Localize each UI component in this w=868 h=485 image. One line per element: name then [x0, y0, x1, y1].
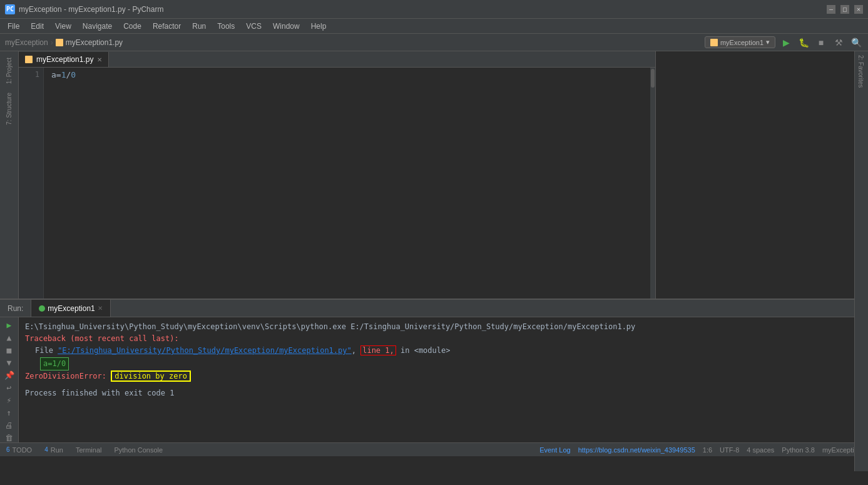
search-button[interactable]: 🔍 — [849, 36, 863, 49]
run-tab-close[interactable]: ✕ — [98, 305, 103, 312]
breadcrumb-project[interactable]: myException — [5, 38, 48, 47]
bottom-tab-run-label: Run: — [0, 300, 31, 317]
debug-button[interactable]: 🐛 — [797, 36, 810, 49]
menu-edit[interactable]: Edit — [26, 21, 49, 32]
status-url: https://blog.csdn.net/weixin_43949535 — [578, 446, 695, 454]
scroll-down-button[interactable]: ▼ — [3, 357, 16, 367]
menu-bar: File Edit View Navigate Code Refactor Ru… — [0, 19, 868, 34]
file-type-icon — [56, 39, 63, 46]
nav-run-label: Run — [51, 446, 63, 454]
line-numbers: 1 — [19, 68, 44, 299]
stop-button[interactable]: ■ — [814, 36, 828, 49]
title-bar: PC myException - myException1.py - PyCha… — [0, 0, 868, 19]
menu-vcs[interactable]: VCS — [241, 21, 267, 32]
nav-python-console[interactable]: Python Console — [110, 445, 166, 455]
window-title: myException - myException1.py - PyCharm — [19, 5, 163, 14]
nav-terminal[interactable]: Terminal — [72, 445, 106, 455]
menu-refactor[interactable]: Refactor — [148, 21, 186, 32]
right-sidebar: 2: Favorites — [854, 51, 868, 471]
run-output: E:\Tsinghua_University\Python_Study\myEx… — [19, 317, 868, 442]
menu-view[interactable]: View — [50, 21, 76, 32]
pin-button[interactable]: 📌 — [3, 370, 16, 380]
run-config-dropdown-icon: ▾ — [766, 38, 770, 46]
editor-scrollbar[interactable] — [650, 68, 655, 299]
menu-code[interactable]: Code — [118, 21, 146, 32]
code-content[interactable]: a=1/0 — [44, 68, 650, 299]
nav-todo-label: TODO — [13, 446, 33, 454]
bottom-tabs-left: Run: myException1 ✕ — [0, 300, 111, 317]
stop-run-button[interactable]: ■ — [3, 345, 16, 355]
breadcrumb-bar: myException › myException1.py myExceptio… — [0, 34, 868, 51]
status-spaces: 4 spaces — [747, 446, 774, 454]
sidebar-tab-project[interactable]: 1: Project — [3, 54, 15, 88]
status-encoding: UTF-8 — [720, 446, 739, 454]
run-again-button[interactable]: ▶ — [3, 320, 16, 330]
main-layout: 1: Project 7: Structure myException1.py … — [0, 51, 868, 299]
run-tab-label: myException1 — [48, 304, 94, 313]
status-event-log[interactable]: Event Log — [539, 446, 571, 454]
export-button[interactable]: ↑ — [3, 407, 16, 417]
file-icon — [25, 56, 33, 63]
bottom-toolbar: ▶ ▲ ■ ▼ 📌 ↩ ⚡ ↑ 🖨 🗑 — [0, 317, 19, 442]
scroll-up-button[interactable]: ▲ — [3, 332, 16, 342]
menu-help[interactable]: Help — [306, 21, 332, 32]
breadcrumb: myException › myException1.py — [5, 38, 123, 47]
status-python: Python 3.8 — [782, 446, 815, 454]
bottom-nav: 6 TODO 4 Run Terminal Python Console Eve… — [0, 442, 868, 456]
run-button[interactable]: ▶ — [779, 36, 793, 49]
editor-area: myException1.py ✕ 1 a=1/0 — [19, 51, 655, 299]
sidebar-tab-structure[interactable]: 7: Structure — [3, 89, 15, 129]
nav-todo[interactable]: 6 TODO — [3, 445, 36, 455]
nav-run[interactable]: 4 Run — [41, 445, 67, 455]
status-position: 1:6 — [703, 446, 712, 454]
output-error-line: ZeroDivisionError: division by zero — [25, 370, 862, 382]
wrap-button[interactable]: ↩ — [3, 382, 16, 392]
output-error-type: ZeroDivisionError: — [25, 372, 111, 380]
nav-terminal-label: Terminal — [76, 446, 102, 454]
output-file-link[interactable]: "E:/Tsinghua_University/Python_Study/myE… — [58, 346, 352, 355]
output-code: a=1/0 — [40, 357, 69, 370]
bottom-panel: Run: myException1 ✕ ⚙ ▶ ▲ ■ ▼ 📌 ↩ ⚡ ↑ 🖨 … — [0, 299, 868, 442]
editor-tab-main[interactable]: myException1.py ✕ — [19, 52, 109, 67]
scrollbar-thumb[interactable] — [651, 69, 655, 88]
minimize-button[interactable]: — — [827, 5, 835, 14]
run-label: Run: — [8, 304, 23, 313]
right-panel — [655, 51, 868, 299]
output-code-line: a=1/0 — [25, 357, 862, 370]
app-icon: PC — [5, 4, 15, 14]
filter-button[interactable]: ⚡ — [3, 395, 16, 405]
clear-button[interactable]: 🗑 — [3, 432, 16, 442]
maximize-button[interactable]: □ — [840, 5, 849, 14]
run-config-label: myException1 — [720, 39, 763, 46]
run-config-button[interactable]: myException1 ▾ — [705, 36, 775, 48]
breadcrumb-file[interactable]: myException1.py — [66, 38, 123, 47]
output-error-msg: division by zero — [111, 370, 191, 382]
editor-tabs: myException1.py ✕ — [19, 51, 655, 68]
output-file-line: File "E:/Tsinghua_University/Python_Stud… — [25, 345, 862, 357]
menu-run[interactable]: Run — [187, 21, 211, 32]
run-config-icon — [710, 39, 718, 46]
breadcrumb-sep: › — [51, 38, 53, 47]
tab-close-button[interactable]: ✕ — [97, 56, 102, 63]
menu-file[interactable]: File — [3, 21, 24, 32]
bottom-tab-run[interactable]: myException1 ✕ — [31, 300, 110, 317]
bottom-content-area: ▶ ▲ ■ ▼ 📌 ↩ ⚡ ↑ 🖨 🗑 E:\Tsinghua_Universi… — [0, 317, 868, 442]
print-button[interactable]: 🖨 — [3, 420, 16, 430]
code-editor[interactable]: 1 a=1/0 — [19, 68, 655, 299]
menu-tools[interactable]: Tools — [212, 21, 240, 32]
output-command: E:\Tsinghua_University\Python_Study\myEx… — [25, 321, 862, 333]
close-button[interactable]: ✕ — [854, 5, 863, 14]
output-line-num: line 1, — [360, 345, 396, 355]
toolbar-right: myException1 ▾ ▶ 🐛 ■ ⚒ 🔍 — [705, 36, 863, 49]
line-number-1: 1 — [23, 70, 39, 79]
code-var: a — [51, 70, 56, 79]
nav-python-console-label: Python Console — [114, 446, 163, 454]
window-controls[interactable]: — □ ✕ — [827, 5, 863, 14]
build-button[interactable]: ⚒ — [832, 36, 845, 49]
bottom-tabs: Run: myException1 ✕ ⚙ — [0, 300, 868, 317]
menu-navigate[interactable]: Navigate — [78, 21, 117, 32]
menu-window[interactable]: Window — [268, 21, 305, 32]
output-process: Process finished with exit code 1 — [25, 387, 862, 399]
sidebar-tab-favorites[interactable]: 2: Favorites — [855, 51, 867, 91]
run-tab-icon — [39, 305, 45, 312]
